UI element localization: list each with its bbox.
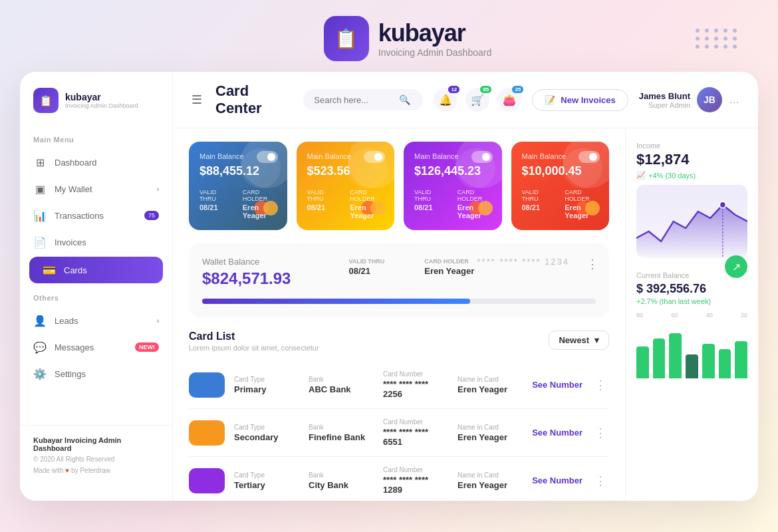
card-chip-2 — [189, 468, 225, 493]
income-chart — [636, 185, 747, 258]
sidebar-brand: 📋 kubayar Invoicing Admin Dashboard — [20, 88, 172, 126]
search-input[interactable] — [314, 95, 394, 105]
card-row-0: Card Type Primary Bank ABC Bank Card Num… — [189, 361, 609, 409]
card-footer-1: VALID THRU08/21 CARD HOLDEREren Yeager — [307, 189, 384, 219]
new-invoice-label: New Invoices — [561, 95, 615, 105]
main-content: ☰ Card Center 🔍 🔔 12 🛒 85 👛 25 — [173, 72, 758, 501]
notification-button[interactable]: 🔔 12 — [434, 88, 457, 112]
bank-value-1: Finefine Bank — [309, 432, 374, 442]
sidebar-item-cards[interactable]: 💳 Cards — [29, 257, 163, 283]
sidebar-brand-text: kubayar Invoicing Admin Dashboard — [65, 92, 138, 109]
user-more-icon[interactable]: … — [729, 94, 739, 106]
card-valid-2: 08/21 — [414, 203, 442, 211]
sidebar-label-dashboard: Dashboard — [55, 158, 97, 168]
income-label: Income — [636, 142, 747, 150]
income-amount: $12,874 — [636, 151, 747, 168]
card-type-label-0: Card Type — [234, 376, 299, 383]
dropdown-label: Newest — [559, 335, 589, 345]
notification-badge: 12 — [448, 86, 459, 93]
card-field-bank-2: Bank City Bank — [309, 471, 374, 490]
sidebar-label-settings: Settings — [55, 369, 86, 379]
card-field-number-2: Card Number **** **** **** 1289 — [383, 466, 448, 495]
row-more-button-2[interactable]: ⋮ — [592, 473, 609, 488]
leads-icon: 👤 — [33, 314, 47, 327]
invoices-icon: 📄 — [33, 235, 47, 249]
row-more-button-1[interactable]: ⋮ — [592, 426, 609, 440]
sidebar-item-wallet[interactable]: ▣ My Wallet › — [20, 176, 172, 202]
card-footer-3: VALID THRU08/21 CARD HOLDEREren Yeager — [522, 189, 599, 219]
card-type-label-1: Card Type — [234, 424, 299, 431]
sidebar-item-leads[interactable]: 👤 Leads › — [20, 307, 172, 334]
sidebar-brand-subtitle: Invoicing Admin Dashboard — [65, 102, 138, 109]
card-field-bank-0: Bank ABC Bank — [309, 376, 374, 394]
dropdown-chevron-icon: ▾ — [594, 335, 599, 345]
row-more-button-0[interactable]: ⋮ — [592, 378, 609, 392]
sidebar-item-settings[interactable]: ⚙️ Settings — [20, 360, 172, 387]
footer-title: Kubayar Invoicing Admin Dashboard — [33, 436, 159, 452]
wallet-card-holder: Eren Yeager — [424, 266, 474, 276]
page-title: Card Center — [215, 82, 293, 117]
sidebar-label-invoices: Invoices — [55, 237, 86, 247]
bank-label-1: Bank — [309, 424, 374, 431]
number-value-2: **** **** **** 1289 — [383, 475, 448, 495]
wallet-meta: VALID THRU 08/21 CARD HOLDER Eren Yeager — [348, 257, 474, 276]
others-label: Others — [20, 285, 172, 307]
sidebar-label-cards: Cards — [64, 265, 87, 275]
y-label-80: 80 — [636, 312, 643, 319]
card-field-number-0: Card Number **** **** **** 2256 — [383, 370, 448, 399]
card-toggle-0[interactable] — [257, 151, 278, 163]
valid-thru-label: VALID THRU — [348, 258, 384, 265]
new-invoice-button[interactable]: 📝 New Invoices — [532, 89, 628, 111]
card-field-name-1: Name in Card Eren Yeager — [457, 424, 523, 442]
app-title: kubayar — [378, 19, 491, 47]
wallet-more-button[interactable]: ⋮ — [586, 257, 598, 271]
menu-icon[interactable]: ☰ — [192, 92, 202, 107]
newest-dropdown[interactable]: Newest ▾ — [549, 331, 609, 350]
card-field-name-2: Name in Card Eren Yeager — [457, 471, 523, 490]
search-box[interactable]: 🔍 — [303, 89, 423, 110]
footer-copy: © 2020 All Rights Reserved — [33, 456, 114, 463]
see-number-button-0[interactable]: See Number — [532, 380, 583, 390]
dot-grid-decoration — [696, 29, 738, 49]
see-number-button-1[interactable]: See Number — [532, 428, 583, 438]
sidebar-item-messages[interactable]: 💬 Messages NEW! — [20, 334, 172, 360]
card-toggle-3[interactable] — [579, 151, 600, 163]
sidebar-brand-title: kubayar — [65, 92, 138, 102]
card-toggle-1[interactable] — [364, 151, 385, 163]
bar-chart-bar — [653, 338, 666, 378]
bank-label-2: Bank — [309, 471, 374, 479]
wallet-button[interactable]: 👛 25 — [497, 88, 521, 112]
search-icon: 🔍 — [399, 94, 410, 105]
go-button[interactable]: ↗ — [725, 255, 747, 278]
y-label-60: 60 — [671, 312, 678, 319]
income-section: Income $12,874 📈 +4% (30 days) — [636, 142, 747, 258]
sidebar-item-transactions[interactable]: 📊 Transactions 75 — [20, 202, 172, 229]
cart-button[interactable]: 🛒 85 — [465, 88, 489, 112]
bank-label-0: Bank — [309, 376, 374, 383]
card-field-type-0: Card Type Primary — [234, 376, 299, 394]
card-field-type-2: Card Type Tertiary — [234, 471, 299, 490]
footer-made: Made with ♥ by Peterdraw — [33, 467, 159, 474]
number-label-1: Card Number — [383, 418, 448, 426]
app-subtitle: Invoicing Admin Dashboard — [378, 47, 491, 58]
bar-chart-bar — [686, 354, 698, 378]
balance-card-red: Main Balance $10,000.45 VALID THRU08/21 … — [511, 142, 610, 230]
card-valid-3: 08/21 — [522, 203, 549, 211]
wallet-icon: ▣ — [33, 182, 47, 196]
card-holder-2: Eren Yeager — [457, 203, 491, 219]
wallet-arrow-icon: › — [157, 186, 159, 193]
sidebar-item-invoices[interactable]: 📄 Invoices — [20, 229, 172, 255]
card-toggle-2[interactable] — [471, 151, 493, 163]
card-chip-0 — [189, 372, 225, 398]
card-list-section: Card List Lorem ipsum dolor sit amet, co… — [189, 331, 609, 501]
cart-badge: 85 — [480, 86, 491, 93]
sidebar-label-transactions: Transactions — [55, 211, 104, 221]
balance-card-purple: Main Balance $126,445.23 VALID THRU08/21… — [404, 142, 502, 230]
wallet-section: Wallet Balance $824,571.93 VALID THRU 08… — [189, 243, 609, 317]
card-holder-3: Eren Yeager — [565, 203, 598, 219]
sidebar-label-leads: Leads — [55, 316, 78, 326]
sidebar-item-dashboard[interactable]: ⊞ Dashboard — [20, 149, 172, 176]
see-number-button-2[interactable]: See Number — [532, 475, 583, 485]
number-value-1: **** **** **** 6551 — [383, 427, 448, 447]
bar-chart-bar — [719, 349, 731, 378]
